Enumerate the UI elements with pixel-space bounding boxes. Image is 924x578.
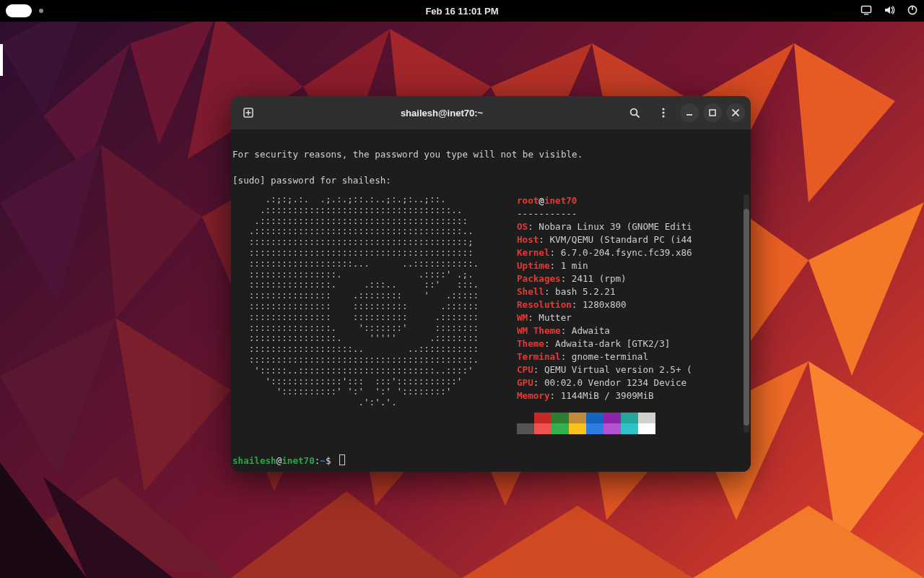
nf-key: Resolution	[517, 299, 572, 310]
nf-val: bash 5.2.21	[555, 286, 615, 297]
cursor	[339, 454, 345, 465]
search-button[interactable]	[622, 100, 647, 125]
svg-rect-44	[710, 110, 715, 116]
color-swatch	[552, 413, 569, 423]
edge-indicator	[0, 44, 3, 76]
minimize-button[interactable]	[680, 103, 699, 122]
nf-sep: :	[561, 351, 572, 362]
nf-val: Adwaita	[572, 325, 610, 336]
neofetch-row: CPU: QEMU Virtual version 2.5+ (	[517, 363, 749, 376]
volume-icon	[884, 4, 895, 18]
window-titlebar[interactable]: shailesh@inet70:~	[231, 96, 751, 129]
nf-val: QEMU Virtual version 2.5+ (	[544, 364, 692, 375]
power-icon	[907, 4, 918, 18]
nf-sep: :	[539, 234, 549, 245]
sudo-prompt: [sudo] password for shailesh:	[232, 174, 749, 187]
neofetch-row: Packages: 2411 (rpm)	[517, 272, 749, 285]
nf-val: 1 min	[561, 260, 588, 271]
nf-val: 1144MiB / 3909MiB	[561, 390, 654, 401]
nf-val: 924x578	[583, 299, 627, 310]
scrollbar-thumb[interactable]	[744, 209, 749, 426]
nf-sep: :	[533, 364, 544, 375]
neofetch-block: .:;:;.:. .;.:.;::.:..;:.;:..;::. .::::::…	[232, 194, 749, 434]
clock[interactable]: Feb 16 11:01 PM	[425, 6, 498, 17]
terminal-output[interactable]: For security reasons, the password you t…	[231, 129, 751, 454]
neofetch-row: Host: KVM/QEMU (Standard PC (i44	[517, 233, 749, 246]
color-swatch	[638, 413, 655, 423]
neofetch-row: Uptime: 1 min	[517, 259, 749, 272]
nf-val: Adwaita-dark [GTK2/3]	[555, 338, 670, 349]
color-swatch	[517, 423, 534, 434]
color-swatch	[586, 413, 603, 423]
workspace-indicator-active	[6, 4, 32, 17]
menu-button[interactable]	[651, 100, 676, 125]
color-swatch	[569, 413, 586, 423]
svg-rect-37	[912, 5, 913, 9]
nf-key: WM	[517, 312, 528, 323]
nf-key: Kernel	[517, 247, 550, 258]
workspace-indicator-dot	[39, 9, 43, 13]
color-swatch	[603, 423, 621, 434]
vertical-scrollbar[interactable]	[744, 194, 749, 433]
maximize-button[interactable]	[703, 103, 722, 122]
prompt-symbol: $	[326, 455, 331, 466]
nf-sep: :	[550, 390, 561, 401]
nf-val: Nobara Linux 39 (GNOME Editi	[539, 221, 692, 232]
color-swatch	[517, 413, 534, 423]
nf-key: CPU	[517, 364, 533, 375]
nf-key: Terminal	[517, 351, 561, 362]
activities-area[interactable]	[6, 4, 43, 17]
neofetch-row: GPU: 00:02.0 Vendor 1234 Device	[517, 376, 749, 389]
nf-key: OS	[517, 221, 528, 232]
svg-point-39	[631, 109, 637, 116]
nf-val: Mutter	[539, 312, 572, 323]
neofetch-row: Memory: 1144MiB / 3909MiB	[517, 389, 749, 402]
window-title: shailesh@inet70:~	[401, 108, 483, 118]
nf-sep: :	[572, 299, 583, 310]
nf-val: 2411 (rpm)	[572, 273, 627, 284]
color-swatch	[552, 423, 569, 434]
neofetch-info: root@inet70 ----------- OS: Nobara Linux…	[517, 194, 749, 434]
nf-key: Shell	[517, 286, 544, 297]
svg-rect-35	[864, 14, 868, 14]
nf-val: gnome-terminal	[572, 351, 648, 362]
nf-sep: :	[544, 286, 555, 297]
neofetch-row: Shell: bash 5.2.21	[517, 285, 749, 298]
prompt-host: inet70	[282, 455, 315, 466]
nf-title-user: root	[517, 195, 539, 206]
nf-key: GPU	[517, 377, 533, 388]
nf-key: WM Theme	[517, 325, 561, 336]
close-button[interactable]	[726, 103, 745, 122]
neofetch-color-blocks	[517, 413, 749, 434]
nf-val: KVM/QEMU (Standard PC (i44	[550, 234, 692, 245]
nf-sep: :	[533, 377, 544, 388]
terminal-window: shailesh@inet70:~ For security reasons, …	[231, 96, 751, 472]
color-swatch	[621, 423, 638, 434]
prompt-path: ~	[320, 455, 326, 466]
neofetch-row: Terminal: gnome-terminal	[517, 350, 749, 363]
neofetch-row: Kernel: 6.7.0-204.fsync.fc39.x86	[517, 246, 749, 259]
screen-icon	[860, 4, 872, 18]
nf-sep: :	[544, 338, 555, 349]
color-swatch	[534, 413, 552, 423]
prompt-user: shailesh	[232, 455, 276, 466]
nf-sep: :	[561, 325, 572, 336]
color-swatch	[569, 423, 586, 434]
shell-prompt[interactable]: shailesh@inet70:~$	[231, 454, 751, 472]
svg-point-41	[662, 111, 664, 113]
neofetch-ascii-art: .:;:;.:. .;.:.;::.:..;:.;:..;::. .::::::…	[232, 194, 500, 408]
new-tab-button[interactable]	[237, 100, 261, 125]
nf-sep: :	[528, 221, 539, 232]
nf-title-at: @	[539, 195, 544, 206]
nf-sep: :	[550, 260, 561, 271]
color-swatch	[621, 413, 638, 423]
nf-sep: :	[550, 247, 561, 258]
neofetch-row: Theme: Adwaita-dark [GTK2/3]	[517, 337, 749, 350]
nf-key: Theme	[517, 338, 544, 349]
color-swatch	[603, 413, 621, 423]
terminal-body[interactable]: For security reasons, the password you t…	[231, 129, 751, 472]
neofetch-row: OS: Nobara Linux 39 (GNOME Editi	[517, 220, 749, 233]
system-status-area[interactable]	[860, 4, 918, 18]
clock-text: Feb 16 11:01 PM	[425, 6, 498, 17]
security-message: For security reasons, the password you t…	[232, 148, 749, 161]
